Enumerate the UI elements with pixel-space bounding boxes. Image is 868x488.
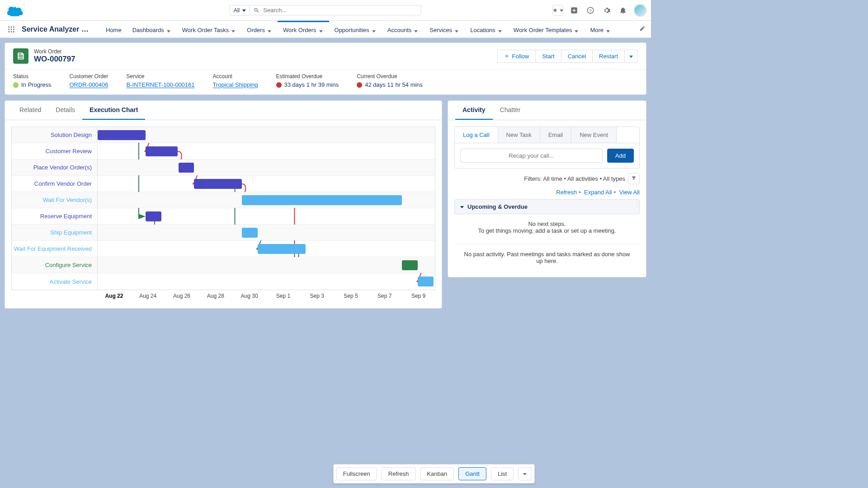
tab-related[interactable]: Related (12, 101, 48, 120)
overdue-dot-red-icon (357, 82, 362, 88)
record-more-button[interactable] (624, 50, 638, 63)
gantt-task-label[interactable]: Customer Review (12, 143, 98, 159)
app-launcher-icon[interactable] (5, 23, 17, 35)
nav-tab-work-order-tasks[interactable]: Work Order Tasks (177, 21, 242, 38)
header-utility-bar: ★ ? (552, 4, 646, 17)
chevron-down-icon (319, 28, 324, 32)
gantt-task-label[interactable]: Confirm Vendor Order (12, 176, 98, 192)
nav-tab-locations[interactable]: Locations (465, 21, 508, 38)
nav-tabs: HomeDashboardsWork Order TasksOrdersWork… (100, 21, 616, 38)
add-button[interactable] (569, 5, 580, 16)
refresh-link[interactable]: Refresh (556, 189, 577, 196)
composer-tab-email[interactable]: Email (540, 127, 572, 143)
nav-tab-home[interactable]: Home (100, 21, 127, 38)
nav-tab-more[interactable]: More (585, 21, 616, 38)
add-button[interactable]: Add (607, 149, 634, 163)
search-input[interactable] (263, 7, 417, 14)
gantt-bar[interactable] (146, 146, 178, 156)
service-link[interactable]: B-INTERNET-100-000161 (127, 81, 195, 88)
gantt-bar[interactable] (179, 163, 194, 173)
gantt-task-label[interactable]: Wait For Vendor(s) (12, 192, 98, 208)
gantt-bar[interactable] (98, 130, 146, 140)
gantt-bar[interactable] (146, 211, 161, 221)
tab-execution-chart[interactable]: Execution Chart (82, 101, 145, 120)
composer-tab-new-task[interactable]: New Task (498, 127, 540, 143)
follow-button[interactable]: Follow (497, 50, 536, 63)
gantt-time-axis: Aug 22Aug 24Aug 26Aug 28Aug 30Sep 1Sep 3… (11, 290, 435, 302)
gantt-row: Wait For Vendor(s) (12, 192, 435, 208)
nav-tab-dashboards[interactable]: Dashboards (127, 21, 177, 38)
chevron-down-icon (498, 28, 503, 32)
start-button[interactable]: Start (535, 50, 561, 63)
nav-tab-services[interactable]: Services (424, 21, 465, 38)
status-value: In Progress (13, 81, 51, 88)
svg-point-7 (11, 28, 12, 30)
tab-details[interactable]: Details (48, 101, 82, 120)
nav-edit-pencil-icon[interactable] (639, 25, 646, 33)
filter-icon[interactable] (628, 173, 640, 184)
svg-point-9 (8, 31, 9, 32)
nav-tab-opportunities[interactable]: Opportunities (329, 21, 382, 38)
gantt-bar[interactable] (242, 228, 258, 238)
customer-order-link[interactable]: ORDR-000406 (69, 81, 108, 88)
global-header: All ★ ? (0, 0, 651, 21)
gantt-bar[interactable] (258, 244, 306, 254)
current-overdue-value: 42 days 11 hr 54 mins (357, 81, 423, 88)
gantt-bar[interactable] (418, 277, 434, 286)
record-header-panel: Work Order WO-000797 Follow Start Cancel… (5, 42, 646, 95)
composer-tab-new-event[interactable]: New Event (571, 127, 617, 143)
nav-tab-accounts[interactable]: Accounts (382, 21, 424, 38)
gantt-task-label[interactable]: Ship Equipment (12, 225, 98, 240)
empty-steps-line2: To get things moving, add a task or set … (454, 227, 640, 234)
customer-order-label: Customer Order (69, 73, 108, 80)
search-scope-dropdown[interactable]: All (230, 5, 250, 16)
gantt-chart: Solution DesignCustomer ReviewPlace Vend… (11, 127, 435, 290)
restart-button[interactable]: Restart (592, 50, 625, 63)
record-type-label: Work Order (34, 48, 75, 55)
page-canvas: Work Order WO-000797 Follow Start Cancel… (0, 38, 651, 313)
nav-tab-work-order-templates[interactable]: Work Order Templates (508, 21, 585, 38)
svg-point-3 (8, 26, 9, 28)
gantt-task-label[interactable]: Solution Design (12, 127, 98, 143)
gantt-task-label[interactable]: Place Vendor Order(s) (12, 160, 98, 175)
composer-tab-log-a-call[interactable]: Log a Call (455, 127, 498, 143)
gantt-bar[interactable] (402, 260, 418, 270)
tab-chatter[interactable]: Chatter (493, 101, 528, 120)
nav-tab-orders[interactable]: Orders (241, 21, 278, 38)
view-all-link[interactable]: View All (619, 189, 640, 196)
nav-tab-work-orders[interactable]: Work Orders (278, 21, 329, 38)
account-link[interactable]: Tropical Shipping (213, 81, 258, 88)
gantt-row: Configure Service (12, 257, 435, 273)
svg-point-8 (13, 28, 14, 30)
gantt-bar[interactable] (242, 195, 402, 205)
work-order-icon (13, 48, 28, 64)
favorites-button[interactable]: ★ (552, 5, 563, 16)
tab-activity[interactable]: Activity (455, 101, 493, 120)
svg-point-5 (13, 26, 14, 28)
cancel-button[interactable]: Cancel (561, 50, 593, 63)
gantt-task-label[interactable]: Configure Service (12, 257, 98, 273)
chevron-down-icon (606, 28, 611, 32)
expand-all-link[interactable]: Expand All (584, 189, 612, 196)
gantt-task-label[interactable]: Wait For Equipment Received (12, 241, 98, 257)
gantt-task-label[interactable]: Activate Service (12, 273, 98, 290)
svg-point-4 (11, 26, 12, 28)
service-label: Service (127, 73, 195, 80)
setup-gear-icon[interactable] (601, 5, 612, 16)
gantt-bar[interactable] (194, 179, 242, 189)
svg-point-10 (11, 31, 12, 32)
gantt-task-label[interactable]: Reserve Equipment (12, 208, 98, 224)
axis-tick: Aug 28 (198, 290, 232, 302)
record-title: WO-000797 (34, 55, 75, 64)
notification-bell-icon[interactable] (618, 5, 628, 16)
chevron-down-icon (575, 28, 579, 32)
status-dot-green-icon (13, 82, 19, 88)
help-icon[interactable]: ? (585, 5, 596, 16)
account-label: Account (213, 73, 258, 80)
activity-panel: ActivityChatter Log a CallNew TaskEmailN… (448, 100, 646, 277)
user-avatar[interactable] (634, 4, 646, 17)
recap-call-input[interactable] (460, 149, 603, 163)
upcoming-overdue-section[interactable]: Upcoming & Overdue (454, 199, 640, 214)
gantt-row: Wait For Equipment Received (12, 241, 435, 257)
right-tabset: ActivityChatter (448, 101, 646, 120)
